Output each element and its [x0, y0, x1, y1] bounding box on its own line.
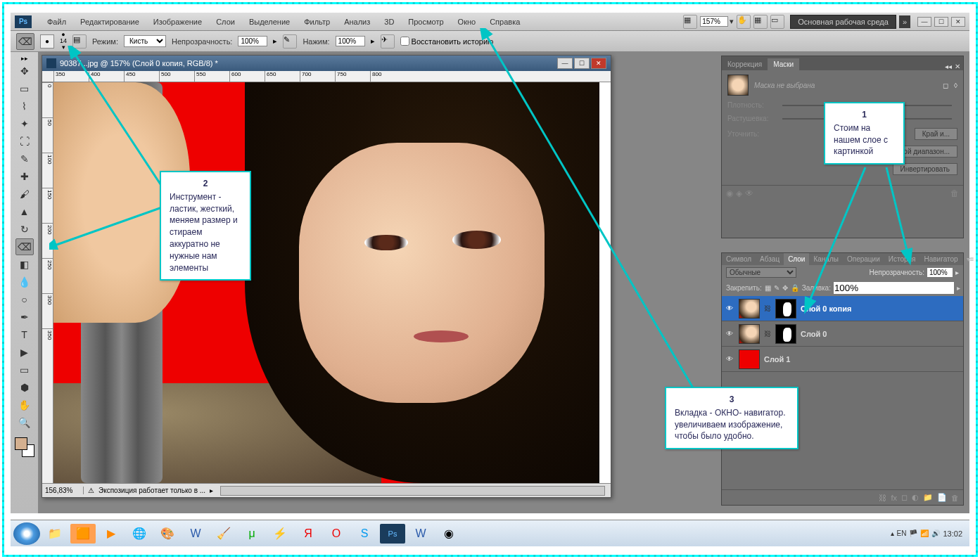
layer-thumbnail[interactable]	[739, 299, 760, 319]
start-button[interactable]	[13, 522, 40, 545]
wand-tool[interactable]: ✦	[15, 115, 34, 132]
adjustment-icon[interactable]: ◐	[912, 493, 919, 502]
tray-volume-icon[interactable]: 🔊	[931, 529, 940, 537]
panel-close-icon[interactable]: ✕	[955, 63, 960, 70]
screen-mode-icon[interactable]: ▭	[770, 15, 784, 29]
heal-tool[interactable]: ✚	[15, 168, 34, 185]
delete-mask-icon[interactable]: 🗑	[950, 188, 959, 198]
crop-tool[interactable]: ⛶	[15, 133, 34, 150]
opacity-input[interactable]	[238, 36, 267, 46]
fx-icon[interactable]: fx	[891, 494, 897, 502]
layer-name[interactable]: Слой 1	[764, 355, 790, 364]
layer-opacity-input[interactable]	[927, 267, 953, 278]
zoom-input[interactable]	[700, 16, 728, 27]
history-brush-tool[interactable]: ↻	[15, 221, 34, 238]
tray-clock[interactable]: 13:02	[943, 529, 962, 538]
group-icon[interactable]: 📁	[923, 493, 933, 502]
zoom-dropdown-icon[interactable]: ▾	[730, 17, 734, 26]
task-word-icon[interactable]: W	[183, 524, 208, 544]
link-layers-icon[interactable]: ⛓	[879, 494, 886, 502]
scrollbar-h[interactable]	[220, 486, 605, 496]
link-icon[interactable]: ⛓	[764, 304, 771, 312]
tray-lang[interactable]: EN	[897, 529, 907, 537]
task-media-icon[interactable]: ▶	[98, 524, 124, 544]
menu-3d[interactable]: 3D	[377, 18, 401, 26]
menu-window[interactable]: Окно	[451, 18, 483, 26]
status-zoom[interactable]: 156,83%	[45, 487, 84, 494]
arrange-icon[interactable]: ▦	[753, 15, 768, 29]
mask-thumbnail[interactable]	[775, 324, 796, 344]
app-frame-icon[interactable]: ▦	[683, 15, 697, 29]
task-daemon-icon[interactable]: ⚡	[267, 524, 293, 544]
tray-network-icon[interactable]: 📶	[920, 529, 929, 537]
hand-icon[interactable]: ✋	[737, 15, 751, 29]
panel-menu-icon[interactable]: ▾≡	[962, 253, 979, 265]
edge-button[interactable]: Край и...	[915, 128, 957, 140]
task-word2-icon[interactable]: W	[408, 524, 433, 544]
gradient-tool[interactable]: ◧	[15, 256, 34, 273]
new-layer-icon[interactable]: 📄	[937, 493, 947, 502]
tab-paragraph[interactable]: Абзац	[756, 253, 784, 265]
marquee-tool[interactable]: ▭	[15, 80, 34, 97]
task-opera-icon[interactable]: O	[324, 524, 349, 544]
layer-thumbnail[interactable]	[739, 349, 760, 369]
flow-arrow-icon[interactable]: ▸	[371, 37, 375, 46]
tab-masks[interactable]: Маски	[768, 58, 799, 70]
menu-analysis[interactable]: Анализ	[337, 18, 377, 26]
link-icon[interactable]: ⛓	[764, 330, 771, 338]
stamp-tool[interactable]: ▲	[15, 203, 34, 220]
task-utorrent-icon[interactable]: μ	[239, 524, 265, 544]
delete-layer-icon[interactable]: 🗑	[951, 494, 959, 502]
lock-all-icon[interactable]: 🔒	[791, 284, 799, 292]
add-mask-icon[interactable]: ◻	[901, 493, 908, 502]
pen-tool[interactable]: ✒	[15, 309, 34, 326]
tab-navigator[interactable]: Навигатор	[920, 253, 962, 265]
workspace-button[interactable]: Основная рабочая среда	[790, 15, 896, 29]
dodge-tool[interactable]: ○	[15, 291, 34, 308]
move-tool[interactable]: ✥	[15, 63, 34, 79]
zoom-tool[interactable]: 🔍	[15, 414, 34, 431]
vector-mask-icon[interactable]: ◊	[954, 82, 957, 89]
opacity-dropdown-icon[interactable]: ▸	[955, 269, 959, 276]
collapse-icon[interactable]: ▸▸	[21, 55, 28, 62]
fill-dropdown-icon[interactable]: ▸	[957, 284, 960, 292]
airbrush-icon[interactable]: ✈	[381, 34, 395, 49]
3d-tool[interactable]: ⬢	[15, 379, 34, 396]
panel-collapse-icon[interactable]: ◂◂	[945, 63, 952, 70]
disable-mask-icon[interactable]: 👁	[745, 188, 753, 198]
menu-help[interactable]: Справка	[483, 18, 527, 26]
opacity-arrow-icon[interactable]: ▸	[273, 37, 277, 46]
tablet-opacity-icon[interactable]: ✎	[283, 34, 297, 49]
layer-name[interactable]: Слой 0	[801, 330, 827, 338]
tray-flag-icon[interactable]: 🏴	[909, 529, 917, 537]
tray-more-icon[interactable]: ▴	[891, 529, 894, 537]
menu-layer[interactable]: Слои	[209, 18, 242, 26]
brush-tool[interactable]: 🖌	[15, 186, 34, 203]
task-skype-icon[interactable]: S	[352, 524, 377, 544]
menu-edit[interactable]: Редактирование	[73, 18, 146, 26]
layer-thumbnail[interactable]	[739, 324, 760, 344]
task-explorer-icon[interactable]: 📁	[42, 524, 68, 544]
minimize-icon[interactable]: —	[917, 17, 931, 27]
close-icon[interactable]: ✕	[951, 17, 965, 27]
menu-view[interactable]: Просмотр	[401, 18, 450, 26]
eraser-tool[interactable]: ⌫	[15, 238, 34, 255]
active-tool-icon[interactable]: ⌫	[16, 33, 34, 50]
lock-transparency-icon[interactable]: ▦	[765, 284, 771, 292]
task-chrome-icon[interactable]: 🌐	[127, 524, 152, 544]
menu-filter[interactable]: Фильтр	[297, 18, 337, 26]
task-photoshop-icon[interactable]: Ps	[380, 524, 405, 544]
blur-tool[interactable]: 💧	[15, 274, 34, 290]
task-gadget-icon[interactable]: 🟧	[70, 524, 96, 544]
layer-row[interactable]: 👁 Слой 1	[722, 347, 963, 372]
hand-tool[interactable]: ✋	[15, 397, 34, 413]
lock-pixels-icon[interactable]: ✎	[774, 284, 779, 292]
type-tool[interactable]: T	[15, 326, 34, 343]
maximize-icon[interactable]: ☐	[934, 17, 948, 27]
task-ccleaner-icon[interactable]: 🧹	[211, 524, 236, 544]
task-yandex-icon[interactable]: Я	[295, 524, 321, 544]
eyedropper-tool[interactable]: ✎	[15, 150, 34, 167]
color-swatch[interactable]	[15, 437, 34, 457]
layer-row[interactable]: 👁 ⛓ Слой 0	[722, 321, 963, 347]
mask-thumbnail[interactable]	[775, 299, 796, 319]
